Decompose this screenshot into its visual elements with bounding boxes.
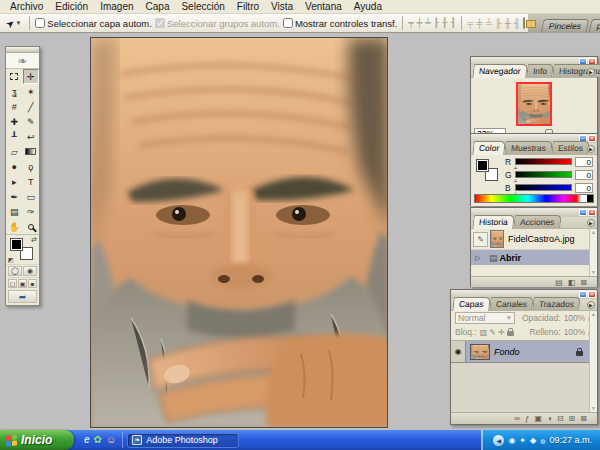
opacity-value[interactable]: 100% <box>564 313 586 323</box>
new-layer-icon[interactable]: ⊞ <box>569 414 576 423</box>
tool-pen[interactable]: ✒ <box>6 189 23 204</box>
layers-scrollbar[interactable]: ▲ ▼ <box>589 311 597 412</box>
palette-menu-icon[interactable]: ▶ <box>587 145 595 153</box>
jump-to-imageready-button[interactable]: ➦ <box>8 290 37 303</box>
tab-navegador[interactable]: Navegador <box>472 64 527 78</box>
photoshop-task-button[interactable]: ❧ Adobe Photoshop <box>127 433 239 448</box>
close-icon[interactable]: × <box>588 209 596 216</box>
new-snapshot-icon[interactable]: ◧ <box>568 278 576 287</box>
msn-icon[interactable]: ✿ <box>94 435 102 445</box>
tray-chevron-icon[interactable]: ◀ <box>493 435 504 446</box>
menu-seleccion[interactable]: Selección <box>175 1 230 12</box>
palette-menu-icon[interactable]: ▶ <box>587 301 595 309</box>
standard-mode-button[interactable]: ◯ <box>8 266 22 276</box>
tool-crop[interactable]: # <box>6 99 23 114</box>
slider-thumb-icon[interactable]: ▵ <box>514 176 517 183</box>
tool-slice[interactable]: ╱ <box>23 99 40 114</box>
tray-icon-1[interactable]: ◉ <box>508 436 515 445</box>
lock-transparency-icon[interactable]: ▨ <box>480 328 488 337</box>
minimize-icon[interactable]: − <box>579 209 587 216</box>
close-icon[interactable]: × <box>588 135 596 142</box>
menu-ayuda[interactable]: Ayuda <box>348 1 388 12</box>
move-tool-preset-button[interactable]: ➤ ▼ <box>3 18 24 29</box>
menu-filtro[interactable]: Filtro <box>231 1 265 12</box>
tool-path-selection[interactable]: ▸ <box>6 174 23 189</box>
minimize-icon[interactable]: − <box>579 291 587 298</box>
history-state-row[interactable]: ▷ ▤ Abrir <box>471 250 597 265</box>
fullscreen-button[interactable]: ■ <box>28 279 37 288</box>
add-layer-mask-icon[interactable]: ▣ <box>534 414 542 423</box>
start-button[interactable]: Inicio <box>0 430 74 450</box>
tool-hand[interactable]: ✋ <box>6 219 23 234</box>
tool-gradient[interactable] <box>23 144 40 159</box>
swap-colors-icon[interactable]: ⇄ <box>31 236 37 244</box>
slider-thumb-icon[interactable]: ▵ <box>514 163 517 170</box>
new-document-from-state-icon[interactable]: ▤ <box>555 278 563 287</box>
menu-archivo[interactable]: Archivo <box>4 1 49 12</box>
auto-select-layer-input[interactable] <box>35 18 45 28</box>
new-layer-group-icon[interactable]: ⊟ <box>557 414 564 423</box>
fill-value[interactable]: 100% <box>564 327 586 337</box>
layer-thumbnail[interactable] <box>470 344 490 360</box>
menu-edicion[interactable]: Edición <box>49 1 94 12</box>
tool-zoom[interactable] <box>23 219 40 234</box>
menu-ventana[interactable]: Ventana <box>299 1 348 12</box>
history-snapshot-row[interactable]: ✎ FidelCastroA.jpg <box>471 229 597 250</box>
tool-clone-stamp[interactable]: ┸ <box>6 129 23 144</box>
close-icon[interactable]: × <box>588 291 596 298</box>
scroll-up-icon[interactable]: ▲ <box>591 229 596 236</box>
tool-history-brush[interactable]: ↩ <box>23 129 40 144</box>
lock-all-icon[interactable] <box>507 331 514 336</box>
quick-mask-mode-button[interactable]: ◉ <box>23 266 37 276</box>
tab-estilos[interactable]: Estilos <box>552 141 590 154</box>
link-layers-icon[interactable]: ∞ <box>514 414 520 423</box>
adjustment-layer-icon[interactable]: ◑ <box>547 414 552 423</box>
menu-capa[interactable]: Capa <box>140 1 176 12</box>
blue-channel-slider[interactable]: ▵ <box>515 184 572 191</box>
green-channel-slider[interactable]: ▵ <box>515 171 572 178</box>
tool-rectangular-marquee[interactable] <box>6 69 23 84</box>
menu-vista[interactable]: Vista <box>265 1 299 12</box>
tab-acciones[interactable]: Acciones <box>513 215 561 228</box>
lock-position-icon[interactable]: ✛ <box>498 328 505 337</box>
tool-notes[interactable]: ▤ <box>6 204 23 219</box>
tool-lasso[interactable]: ʓ <box>6 84 23 99</box>
layer-row-fondo[interactable]: ◉ Fondo <box>451 341 589 363</box>
tool-eraser[interactable]: ▱ <box>6 144 23 159</box>
red-channel-slider[interactable]: ▵ <box>515 158 572 165</box>
canvas-image[interactable] <box>90 37 388 428</box>
tray-icon-2[interactable]: ✦ <box>519 436 526 445</box>
tab-historia[interactable]: Historia <box>472 215 514 229</box>
menu-imagen[interactable]: Imagen <box>94 1 139 12</box>
tab-trazados[interactable]: Trazados <box>532 297 580 310</box>
palette-menu-icon[interactable]: ▶ <box>587 219 595 227</box>
tool-type[interactable]: T <box>23 174 40 189</box>
foreground-color-swatch[interactable] <box>476 159 489 172</box>
blue-value-input[interactable]: 0 <box>575 183 593 193</box>
scroll-down-icon[interactable]: ▼ <box>591 405 596 412</box>
delete-state-icon[interactable]: ⊠ <box>580 278 587 287</box>
tray-icon-3[interactable]: ◆ <box>530 436 536 445</box>
tool-dodge[interactable]: ϙ <box>23 159 40 174</box>
fullscreen-menubar-button[interactable]: ▣ <box>18 279 27 288</box>
add-layer-style-icon[interactable]: ƒ <box>525 414 529 423</box>
tab-color[interactable]: Color <box>472 141 506 155</box>
lock-paint-icon[interactable]: ✎ <box>489 328 496 337</box>
show-transform-controls-input[interactable] <box>283 18 293 28</box>
tab-capas[interactable]: Capas <box>452 297 490 311</box>
scroll-up-icon[interactable]: ▲ <box>591 311 596 318</box>
foreground-color-swatch[interactable] <box>10 238 23 251</box>
show-transform-controls-checkbox[interactable]: Mostrar controles transf. <box>283 18 397 29</box>
history-scrollbar[interactable]: ▲ ▼ <box>589 229 597 276</box>
file-browser-icon[interactable] <box>523 17 525 29</box>
tool-move[interactable]: ✛ <box>23 69 40 84</box>
scroll-down-icon[interactable]: ▼ <box>591 269 596 276</box>
auto-select-layer-checkbox[interactable]: Seleccionar capa autom. <box>35 18 152 29</box>
tool-eyedropper[interactable]: ✑ <box>23 204 40 219</box>
standard-screen-button[interactable]: ▢ <box>8 279 17 288</box>
layer-name[interactable]: Fondo <box>494 347 576 357</box>
tool-blur[interactable]: ● <box>6 159 23 174</box>
history-state-marker-icon[interactable]: ▷ <box>471 250 486 265</box>
tray-icon-4[interactable]: ◍ <box>540 437 545 444</box>
green-value-input[interactable]: 0 <box>575 170 593 180</box>
